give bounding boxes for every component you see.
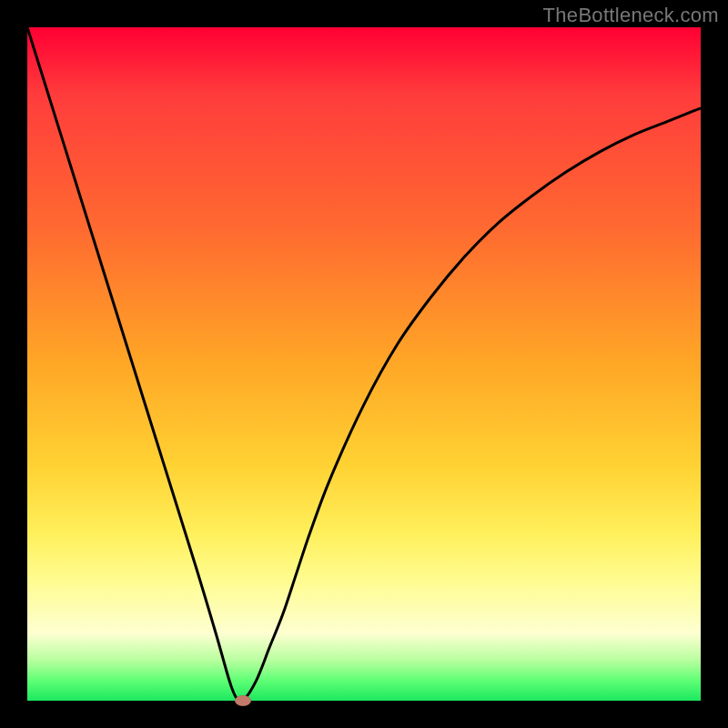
curve-svg: [27, 27, 701, 701]
plot-area: [27, 27, 701, 701]
watermark-label: TheBottleneck.com: [543, 4, 719, 27]
bottleneck-curve-path: [27, 27, 701, 702]
chart-frame: TheBottleneck.com: [0, 0, 728, 728]
min-point-marker: [235, 695, 251, 706]
